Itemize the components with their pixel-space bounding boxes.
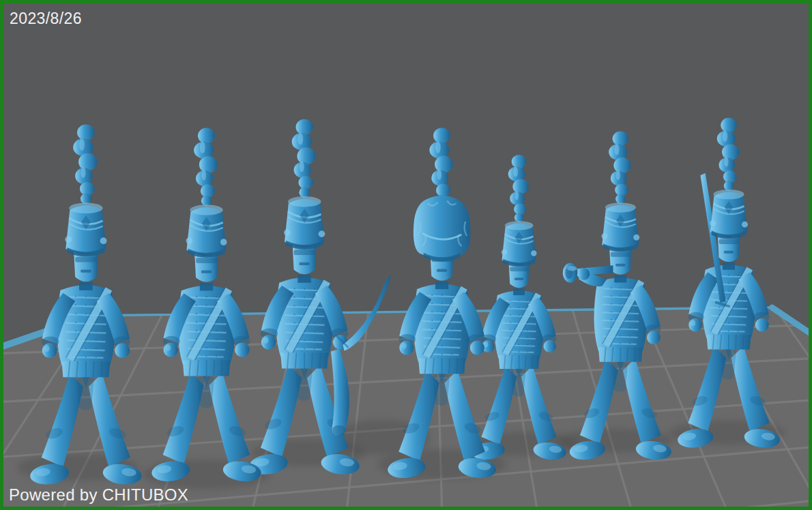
3d-viewport[interactable] bbox=[3, 3, 809, 507]
date-label: 2023/8/26 bbox=[10, 10, 82, 28]
chitubox-screenshot-frame: 2023/8/26 Powered by CHITUBOX bbox=[0, 0, 812, 510]
powered-by-chitubox-watermark: Powered by CHITUBOX bbox=[9, 485, 188, 505]
